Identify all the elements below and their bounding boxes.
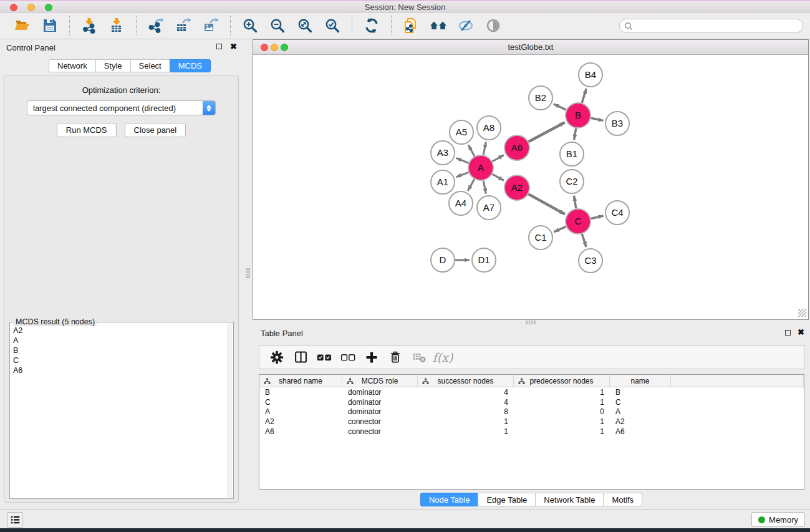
- node-C1[interactable]: C1: [529, 226, 552, 249]
- new-network-from-selection-button[interactable]: [402, 16, 420, 35]
- node-C2[interactable]: C2: [560, 170, 584, 193]
- result-item[interactable]: B: [13, 346, 226, 355]
- export-network-button[interactable]: [147, 16, 165, 35]
- close-panel-icon[interactable]: ✖: [798, 327, 804, 337]
- node-A4[interactable]: A4: [449, 191, 473, 215]
- float-panel-icon[interactable]: [785, 330, 791, 336]
- tab-edge-table[interactable]: Edge Table: [478, 493, 536, 506]
- zoom-fit-button[interactable]: [296, 16, 314, 35]
- edge-C-C2[interactable]: [574, 196, 576, 209]
- resize-grip-icon[interactable]: [798, 309, 806, 317]
- create-column-button[interactable]: [362, 349, 381, 366]
- run-mcds-button[interactable]: Run MCDS: [57, 123, 117, 137]
- tab-mcds[interactable]: MCDS: [170, 59, 211, 72]
- save-session-button[interactable]: [41, 16, 59, 35]
- node-C[interactable]: C: [566, 209, 591, 234]
- result-item[interactable]: A: [13, 336, 226, 346]
- node-A8[interactable]: A8: [477, 116, 501, 140]
- table-row[interactable]: Cdominator41C: [259, 397, 804, 407]
- edge-B-B4[interactable]: [582, 89, 586, 103]
- function-builder-button[interactable]: f(x): [433, 349, 452, 366]
- zoom-selected-button[interactable]: [323, 16, 342, 35]
- search-box[interactable]: [619, 19, 803, 33]
- float-panel-icon[interactable]: [216, 44, 222, 49]
- node-A6[interactable]: A6: [504, 135, 529, 160]
- column-header-empty[interactable]: [671, 375, 804, 387]
- export-table-button[interactable]: [174, 16, 193, 35]
- tab-network-table[interactable]: Network Table: [535, 493, 604, 506]
- edge-B-B1[interactable]: [574, 128, 576, 140]
- node-A[interactable]: A: [468, 155, 493, 180]
- deselect-all-rows-button[interactable]: [339, 349, 357, 366]
- node-A3[interactable]: A3: [431, 141, 455, 165]
- horizontal-split-divider[interactable]: [253, 320, 810, 325]
- network-graph[interactable]: AA1A2A3A4A5A6A7A8BB1B2B3B4CC1C2C3C4DD1: [253, 55, 808, 319]
- vertical-split-divider[interactable]: [243, 39, 253, 510]
- apply-layout-button[interactable]: [362, 16, 381, 35]
- divider-handle[interactable]: [246, 268, 250, 278]
- mcds-result-list[interactable]: A2ABCA6: [11, 324, 226, 498]
- node-B1[interactable]: B1: [560, 142, 584, 166]
- edge-A-A8[interactable]: [483, 142, 486, 155]
- node-B4[interactable]: B4: [579, 63, 602, 87]
- table-row[interactable]: A6connector11A6: [259, 427, 804, 437]
- table-row[interactable]: Bdominator41B: [259, 387, 804, 397]
- search-input[interactable]: [633, 22, 803, 31]
- node-C4[interactable]: C4: [605, 201, 629, 225]
- criterion-dropdown[interactable]: largest connected component (directed): [27, 100, 216, 115]
- node-A7[interactable]: A7: [477, 196, 501, 220]
- import-table-button[interactable]: [107, 16, 126, 35]
- tab-node-table[interactable]: Node Table: [420, 493, 479, 506]
- close-panel-button[interactable]: Close panel: [125, 123, 186, 137]
- edge-B-B3[interactable]: [591, 118, 604, 120]
- export-image-button[interactable]: [201, 16, 220, 35]
- node-A1[interactable]: A1: [431, 170, 455, 194]
- tab-network[interactable]: Network: [49, 59, 96, 72]
- node-D1[interactable]: D1: [472, 248, 496, 272]
- edge-C-C1[interactable]: [554, 226, 566, 232]
- edge-A2-C[interactable]: [528, 194, 565, 214]
- tab-select[interactable]: Select: [130, 59, 170, 72]
- result-item[interactable]: A2: [13, 326, 226, 336]
- delete-table-button[interactable]: [410, 349, 428, 366]
- edge-A-A1[interactable]: [456, 172, 469, 177]
- edge-A-A4[interactable]: [468, 179, 474, 191]
- column-header-successor-nodes[interactable]: successor nodes: [418, 375, 514, 387]
- network-canvas[interactable]: AA1A2A3A4A5A6A7A8BB1B2B3B4CC1C2C3C4DD1: [253, 55, 808, 319]
- edge-A-A2[interactable]: [492, 174, 504, 180]
- result-item[interactable]: C: [13, 355, 226, 365]
- edge-C-C4[interactable]: [591, 216, 603, 218]
- node-B3[interactable]: B3: [605, 112, 629, 135]
- table-row[interactable]: Adominator80A: [259, 407, 804, 417]
- zoom-out-button[interactable]: [268, 16, 287, 35]
- open-session-button[interactable]: [13, 16, 32, 35]
- table-settings-button[interactable]: [268, 349, 286, 366]
- node-A2[interactable]: A2: [504, 175, 529, 200]
- edge-A-A7[interactable]: [483, 181, 486, 194]
- first-neighbors-button[interactable]: [429, 16, 448, 35]
- column-header-MCDS-role[interactable]: MCDS role: [342, 375, 418, 387]
- edge-A-A5[interactable]: [468, 145, 475, 156]
- edge-A-A3[interactable]: [456, 158, 468, 163]
- import-network-button[interactable]: [80, 16, 99, 35]
- column-settings-button[interactable]: [291, 349, 310, 366]
- tab-motifs[interactable]: Motifs: [603, 493, 642, 506]
- task-history-button[interactable]: [7, 512, 23, 528]
- node-D[interactable]: D: [431, 248, 455, 272]
- show-graphics-details-button[interactable]: [484, 16, 503, 35]
- node-B2[interactable]: B2: [529, 86, 552, 110]
- column-header-shared-name[interactable]: shared name: [259, 375, 342, 387]
- edge-A-A6[interactable]: [492, 155, 504, 162]
- close-panel-icon[interactable]: ✖: [230, 42, 237, 51]
- select-all-rows-button[interactable]: [315, 349, 334, 366]
- delete-columns-button[interactable]: [386, 349, 405, 366]
- column-header-predecessor-nodes[interactable]: predecessor nodes: [514, 375, 610, 387]
- edge-B-B2[interactable]: [554, 104, 566, 110]
- column-header-name[interactable]: name: [610, 375, 671, 387]
- edge-A6-B[interactable]: [529, 122, 565, 142]
- node-C3[interactable]: C3: [579, 249, 602, 273]
- zoom-in-button[interactable]: [241, 16, 259, 35]
- result-item[interactable]: A6: [13, 365, 226, 375]
- hide-graphics-details-button[interactable]: [456, 16, 475, 35]
- divider-handle[interactable]: [526, 321, 536, 324]
